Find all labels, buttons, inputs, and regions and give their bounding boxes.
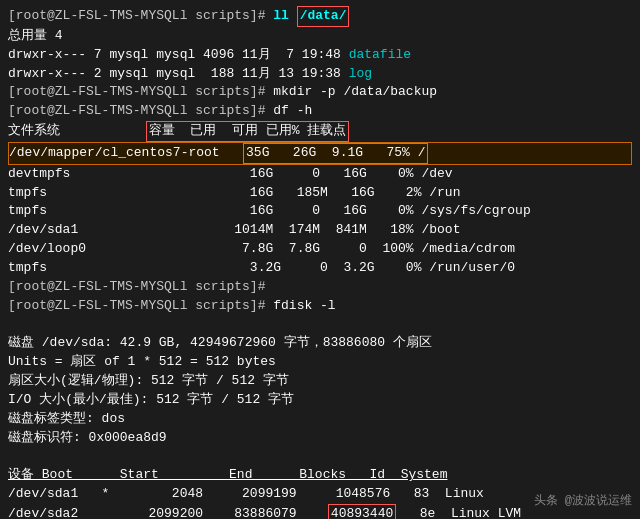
line-4: drwxr-x--- 2 mysql mysql 188 11月 13 19:3…: [8, 65, 632, 84]
partition-header: 设备 Boot Start End Blocks Id System: [8, 466, 632, 485]
df-row-devtmpfs: devtmpfs 16G 0 16G 0% /dev: [8, 165, 632, 184]
line-1: [root@ZL-FSL-TMS-MYSQLl scripts]# ll /da…: [8, 6, 632, 27]
disk-sda-label: 磁盘标签类型: dos: [8, 410, 632, 429]
watermark: 头条 @波波说运维: [534, 492, 632, 509]
df-row-tmpfs1: tmpfs 16G 185M 16G 2% /run: [8, 184, 632, 203]
line-blank1: [8, 316, 632, 335]
df-header: 文件系统 容量 已用 可用 已用% 挂载点: [8, 121, 632, 142]
line-2: 总用量 4: [8, 27, 632, 46]
disk-sda-io: I/O 大小(最小/最佳): 512 字节 / 512 字节: [8, 391, 632, 410]
blocks-box: 40893440: [328, 504, 396, 519]
path-box: /data/: [297, 6, 350, 27]
disk-sda-units: Units = 扇区 of 1 * 512 = 512 bytes: [8, 353, 632, 372]
df-row-tmpfs3: tmpfs 3.2G 0 3.2G 0% /run/user/0: [8, 259, 632, 278]
line-3: drwxr-x--- 7 mysql mysql 4096 11月 7 19:4…: [8, 46, 632, 65]
line-blank2: [8, 447, 632, 466]
line-6: [root@ZL-FSL-TMS-MYSQLl scripts]# df -h: [8, 102, 632, 121]
cmd-ll: ll /data/: [273, 8, 349, 23]
disk-sda-info: 磁盘 /dev/sda: 42.9 GB, 42949672960 字节，838…: [8, 334, 632, 353]
df-row-tmpfs2: tmpfs 16G 0 16G 0% /sys/fs/cgroup: [8, 202, 632, 221]
disk-sda-id: 磁盘标识符: 0x000ea8d9: [8, 429, 632, 448]
prompt: [root@ZL-FSL-TMS-MYSQLl scripts]#: [8, 8, 273, 23]
df-row-sda1: /dev/sda1 1014M 174M 841M 18% /boot: [8, 221, 632, 240]
df-row-loop0: /dev/loop0 7.8G 7.8G 0 100% /media/cdrom: [8, 240, 632, 259]
terminal: [root@ZL-FSL-TMS-MYSQLl scripts]# ll /da…: [0, 0, 640, 519]
line-blank-prompt: [root@ZL-FSL-TMS-MYSQLl scripts]#: [8, 278, 632, 297]
df-row-highlight: /dev/mapper/cl_centos7-root 35G 26G 9.1G…: [8, 142, 632, 165]
df-values-box: 35G 26G 9.1G 75% /: [243, 143, 428, 164]
line-fdisk: [root@ZL-FSL-TMS-MYSQLl scripts]# fdisk …: [8, 297, 632, 316]
disk-sda-sector: 扇区大小(逻辑/物理): 512 字节 / 512 字节: [8, 372, 632, 391]
df-header-box: 容量 已用 可用 已用% 挂载点: [146, 121, 350, 142]
line-5: [root@ZL-FSL-TMS-MYSQLl scripts]# mkdir …: [8, 83, 632, 102]
